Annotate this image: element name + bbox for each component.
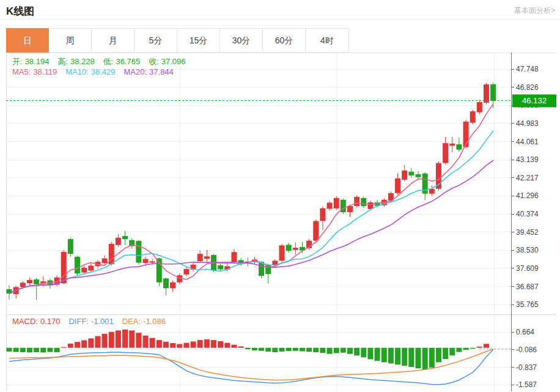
macd-bar [388,348,394,364]
macd-bar [68,344,73,348]
macd-bar [456,348,462,352]
candle-body [354,197,359,206]
candle-body [197,254,203,261]
candle-body [293,248,298,250]
macd-bar [88,338,94,347]
candle-body [34,279,39,284]
tab-m30[interactable]: 30分 [220,29,263,52]
macd-bar [416,348,421,369]
candle-body [163,278,169,288]
candle-body [456,144,462,150]
macd-bar [252,348,257,350]
tab-day[interactable]: 日 [6,28,49,53]
macd-bar [477,347,482,348]
candle-body [143,259,149,263]
tab-m60[interactable]: 60分 [263,29,306,52]
macd-bar [395,348,400,365]
axis-tick-label: 46.826 [516,83,539,92]
candle-body [170,283,175,289]
axis-tick-label: 37.609 [516,264,539,273]
legend-value: 38.194 [25,57,50,66]
macd-bar [204,339,210,348]
header-divider [0,19,560,20]
candle-body [320,209,325,221]
macd-bar [197,340,203,348]
tab-m5[interactable]: 5分 [134,29,177,52]
macd-bar [463,348,469,350]
macd-bar [231,345,237,348]
legend-label: 开: [12,57,23,66]
macd-bar [293,348,298,351]
kline-widget: 47.74846.82645.90544.98344.06143.13942.2… [0,0,560,392]
macd-bar [470,348,476,349]
candle-body [361,198,366,206]
macd-bar [402,348,407,366]
macd-bar [272,348,278,352]
candle-body [136,241,141,263]
tab-week[interactable]: 周 [49,29,92,52]
macd-bar [259,348,264,351]
macd-bar [408,348,414,367]
legend-value: 0.170 [40,317,61,326]
page-title: K线图 [6,4,34,18]
candle-body [327,203,333,209]
macd-bar [109,332,114,348]
macd-bar [334,348,339,353]
macd-bar [245,348,251,349]
candle-body [429,189,435,194]
macd-bar [320,348,325,353]
candle-body [68,239,73,254]
macd-bar [47,348,53,352]
candle-body [286,245,292,251]
macd-bar [34,348,39,352]
period-tabbar: 日周月5分15分30分60分4时 [6,28,349,53]
candle-body [150,261,155,262]
macd-bar [150,338,155,348]
legend-value: 38.228 [70,57,95,66]
ma5-line [9,104,493,294]
macd-bar [300,348,305,352]
macd-bar [449,348,455,356]
current-price-badge-label: 46.132 [522,96,547,105]
ma-legend: MA5:38.119MA10:38.429MA20:37.844 [12,67,182,76]
macd-bar [75,342,80,348]
macd-bar [211,340,216,348]
macd-bar [54,348,60,352]
macd-bar [102,334,108,348]
candle-body [395,179,400,193]
ohlc-legend: 开:38.194高:38.228低:36.765收:37.096 [12,56,194,67]
legend-value: -1.001 [91,317,114,326]
legend-label: MA5: [12,67,31,76]
macd-bar [286,348,292,351]
macd-bar [177,344,182,348]
candle-body [443,143,448,163]
legend-label: DIFF: [68,317,89,326]
axis-tick-label: 35.765 [516,300,539,309]
macd-bar [61,347,67,348]
macd-bar [95,336,100,348]
macd-bar [354,348,359,356]
candle-body [279,245,285,261]
macd-bar [341,348,346,353]
candle-body [116,238,121,245]
tab-h4[interactable]: 4时 [306,29,348,52]
fundamental-analysis-link[interactable]: 基本面分析> [514,6,555,16]
macd-bar [40,348,46,353]
macd-bar [279,348,285,352]
candle-body [20,283,26,287]
macd-bar [224,343,230,348]
legend-value: 38.119 [33,67,57,76]
axis-tick-label: 36.687 [516,283,539,291]
macd-bar [422,348,428,370]
tab-month[interactable]: 月 [92,29,134,52]
candle-body [81,268,87,273]
macd-bar [313,348,319,352]
tab-m15[interactable]: 15分 [177,29,220,52]
candle-body [122,236,128,239]
macd-bar [170,343,175,348]
macd-bar [27,348,32,353]
candle-body [88,265,94,270]
macd-bar [327,348,333,354]
candle-body [347,206,353,212]
macd-bar [7,348,12,352]
